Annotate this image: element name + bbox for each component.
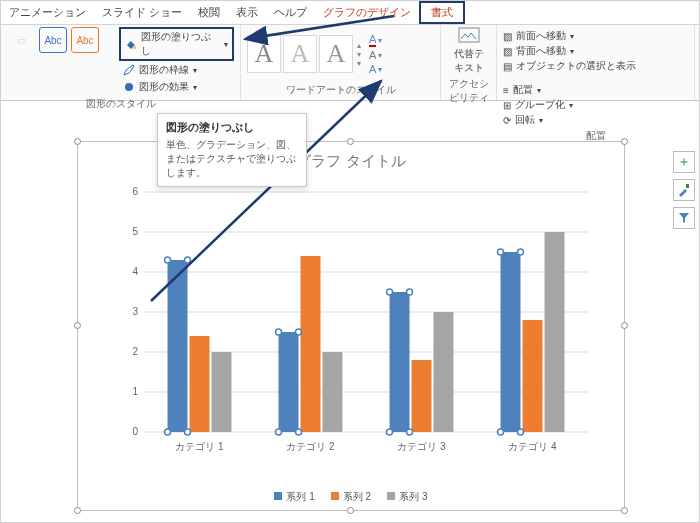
send-backward-button[interactable]: ▨背面へ移動▾ xyxy=(503,44,688,58)
ribbon: ▭ Abc Abc 図形の塗りつぶし ▾ 図形の枠線 xyxy=(1,25,699,101)
chevron-down-icon: ▾ xyxy=(193,66,197,75)
svg-rect-0 xyxy=(133,46,136,49)
svg-point-36 xyxy=(518,429,524,435)
bar-series-3[interactable] xyxy=(544,232,564,432)
svg-point-22 xyxy=(185,257,191,263)
svg-text:5: 5 xyxy=(132,226,138,237)
alt-text-button[interactable]: 代替テ キスト xyxy=(447,27,490,75)
bar-series-2[interactable] xyxy=(190,336,210,432)
shape-style-prev-icon[interactable]: ▭ xyxy=(7,27,35,53)
shape-fill-button[interactable]: 図形の塗りつぶし ▾ xyxy=(119,27,234,61)
effects-icon xyxy=(123,81,135,93)
svg-point-31 xyxy=(387,429,393,435)
bar-series-2[interactable] xyxy=(523,320,543,432)
chart-elements-button[interactable]: ＋ xyxy=(673,151,695,173)
selection-pane-icon: ▤ xyxy=(503,61,512,72)
tooltip-body: 単色、グラデーション、図、またはテクスチャで塗りつぶします。 xyxy=(166,138,298,180)
resize-handle[interactable] xyxy=(74,507,81,514)
svg-point-24 xyxy=(185,429,191,435)
shape-style-preset-2[interactable]: Abc xyxy=(71,27,99,53)
send-backward-icon: ▨ xyxy=(503,46,512,57)
group-accessibility: 代替テ キスト アクセシビリティ xyxy=(441,25,497,100)
bar-series-1[interactable] xyxy=(501,252,521,432)
svg-point-34 xyxy=(518,249,524,255)
resize-handle[interactable] xyxy=(621,322,628,329)
svg-point-1 xyxy=(125,83,133,91)
shape-outline-button[interactable]: 図形の枠線 ▾ xyxy=(119,62,234,78)
legend-item-2[interactable]: 系列 2 xyxy=(331,490,371,504)
svg-text:1: 1 xyxy=(132,386,138,397)
chart-filter-button[interactable] xyxy=(673,207,695,229)
text-fill-button[interactable]: A▾ xyxy=(369,33,382,47)
legend-item-1[interactable]: 系列 1 xyxy=(274,490,314,504)
wordart-gallery-more-icon[interactable]: ▾ xyxy=(357,59,361,68)
tab-animation[interactable]: アニメーション xyxy=(1,1,94,24)
resize-handle[interactable] xyxy=(347,507,354,514)
tab-format[interactable]: 書式 xyxy=(419,1,465,24)
bar-series-2[interactable] xyxy=(301,256,321,432)
resize-handle[interactable] xyxy=(621,138,628,145)
svg-point-27 xyxy=(276,429,282,435)
svg-text:6: 6 xyxy=(132,186,138,197)
bar-series-1[interactable] xyxy=(390,292,410,432)
resize-handle[interactable] xyxy=(621,507,628,514)
tab-slideshow[interactable]: スライド ショー xyxy=(94,1,190,24)
wordart-preset-1[interactable]: A xyxy=(247,35,281,73)
alt-text-label-1: 代替テ xyxy=(454,47,484,61)
svg-text:カテゴリ 2: カテゴリ 2 xyxy=(286,441,335,452)
shape-style-preset-1[interactable]: Abc xyxy=(39,27,67,53)
group-button[interactable]: ⊞グループ化▾ xyxy=(503,98,688,112)
wordart-gallery-up-icon[interactable]: ▴ xyxy=(357,41,361,50)
svg-point-29 xyxy=(387,289,393,295)
align-button[interactable]: ≡配置▾ xyxy=(503,83,688,97)
resize-handle[interactable] xyxy=(74,322,81,329)
legend-item-3[interactable]: 系列 3 xyxy=(387,490,427,504)
bar-series-3[interactable] xyxy=(211,352,231,432)
svg-text:3: 3 xyxy=(132,306,138,317)
text-outline-button[interactable]: A▾ xyxy=(369,49,382,61)
tab-review[interactable]: 校閲 xyxy=(190,1,228,24)
chart-object[interactable]: グラフ タイトル 0123456カテゴリ 1カテゴリ 2カテゴリ 3カテゴリ 4… xyxy=(77,141,625,511)
shape-effects-button[interactable]: 図形の効果 ▾ xyxy=(119,79,234,95)
bring-forward-button[interactable]: ▧前面へ移動▾ xyxy=(503,29,688,43)
tooltip-title: 図形の塗りつぶし xyxy=(166,120,298,135)
tab-view[interactable]: 表示 xyxy=(228,1,266,24)
svg-point-21 xyxy=(165,257,171,263)
pen-icon xyxy=(123,64,135,76)
chart-styles-button[interactable] xyxy=(673,179,695,201)
selection-pane-button[interactable]: ▤オブジェクトの選択と表示 xyxy=(503,59,688,73)
align-icon: ≡ xyxy=(503,85,509,96)
wordart-gallery-down-icon[interactable]: ▾ xyxy=(357,50,361,59)
tab-chart-design[interactable]: グラフのデザイン xyxy=(315,1,419,24)
resize-handle[interactable] xyxy=(74,138,81,145)
bar-series-3[interactable] xyxy=(322,352,342,432)
bar-series-1[interactable] xyxy=(279,332,299,432)
group-wordart-styles: A A A ▴ ▾ ▾ A▾ A▾ A▾ ワードアートのスタイル xyxy=(241,25,441,100)
group-icon: ⊞ xyxy=(503,100,511,111)
bucket-icon xyxy=(125,38,137,50)
group-shape-styles: ▭ Abc Abc 図形の塗りつぶし ▾ 図形の枠線 xyxy=(1,25,241,100)
alt-text-label-2: キスト xyxy=(454,61,484,75)
bar-series-1[interactable] xyxy=(168,260,188,432)
resize-handle[interactable] xyxy=(347,138,354,145)
chart-plot-area[interactable]: 0123456カテゴリ 1カテゴリ 2カテゴリ 3カテゴリ 4 xyxy=(124,186,594,456)
alt-text-icon xyxy=(458,27,480,47)
svg-point-28 xyxy=(296,429,302,435)
tab-help[interactable]: ヘルプ xyxy=(266,1,315,24)
funnel-icon xyxy=(678,212,690,224)
svg-text:カテゴリ 4: カテゴリ 4 xyxy=(508,441,557,452)
svg-point-30 xyxy=(407,289,413,295)
shape-effects-label: 図形の効果 xyxy=(139,80,189,94)
bar-series-2[interactable] xyxy=(412,360,432,432)
chart-legend[interactable]: 系列 1 系列 2 系列 3 xyxy=(78,490,624,504)
svg-text:4: 4 xyxy=(132,266,138,277)
bar-series-3[interactable] xyxy=(433,312,453,432)
svg-text:2: 2 xyxy=(132,346,138,357)
wordart-preset-3[interactable]: A xyxy=(319,35,353,73)
rotate-button[interactable]: ⟳回転▾ xyxy=(503,113,688,127)
wordart-preset-2[interactable]: A xyxy=(283,35,317,73)
legend-swatch-3 xyxy=(387,492,395,500)
text-effects-button[interactable]: A▾ xyxy=(369,63,382,75)
svg-point-32 xyxy=(407,429,413,435)
svg-text:カテゴリ 3: カテゴリ 3 xyxy=(397,441,446,452)
